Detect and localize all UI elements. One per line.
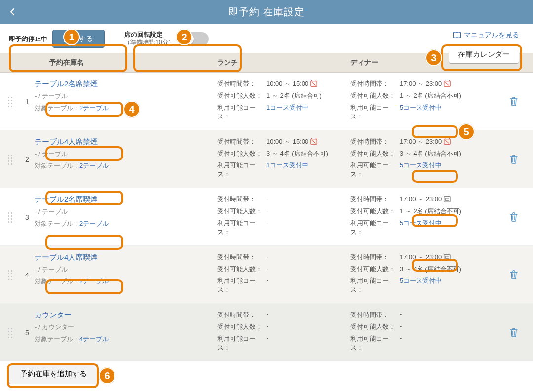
calendar-alert-icon xyxy=(444,80,451,87)
dinner-time-label: 受付時間帯： xyxy=(350,195,400,204)
stock-name-link[interactable]: テーブル4人席喫煙 xyxy=(35,253,98,262)
lunch-time-value: - xyxy=(266,195,350,204)
stock-tables: 対象テーブル：2テーブル xyxy=(35,161,212,170)
dinner-capacity-label: 受付可能人数： xyxy=(350,91,400,100)
cell-dinner: 受付時間帯：-受付可能人数：-利用可能コース：- xyxy=(350,311,484,355)
lunch-capacity-value: - xyxy=(266,207,350,216)
stock-name-link[interactable]: テーブル2名席禁煙 xyxy=(35,79,98,89)
header-controls: マニュアルを見る 即予約停止中 開始する 席の回転設定 （準備時間:10分） 在… xyxy=(0,24,533,53)
cell-lunch: 受付時間帯：-受付可能人数：-利用可能コース：- xyxy=(217,253,350,297)
dinner-time-label: 受付時間帯： xyxy=(350,137,400,146)
delete-button[interactable] xyxy=(509,327,518,337)
callout-1: 1 xyxy=(63,29,80,45)
dinner-time-value: 17:00 ～ 23:00 xyxy=(400,79,484,88)
tables-link[interactable]: 2テーブル xyxy=(79,162,109,169)
cell-dinner: 受付時間帯：17:00 ～ 23:00受付可能人数：3 ～ 4名 (席結合不可)… xyxy=(350,253,484,297)
svg-rect-5 xyxy=(446,198,449,200)
stock-tables: 対象テーブル：2テーブル xyxy=(35,219,212,228)
dinner-capacity-value: 3 ～ 4名 (席結合不可) xyxy=(400,265,484,274)
lunch-courses-label: 利用可能コース： xyxy=(217,334,266,352)
tables-link[interactable]: 2テーブル xyxy=(79,277,109,285)
row-index: 4 xyxy=(20,253,35,297)
dinner-courses-link[interactable]: 5コース受付中 xyxy=(400,219,442,227)
page-title: 即予約 在庫設定 xyxy=(228,5,305,19)
lunch-courses-label: 利用可能コース： xyxy=(217,103,266,121)
dinner-courses-label: 利用可能コース： xyxy=(350,334,400,352)
lunch-time-value: 10:00 ～ 15:00 xyxy=(266,79,350,88)
lunch-capacity-label: 受付可能人数： xyxy=(217,322,266,331)
stock-row: 5カウンター- / カウンター対象テーブル：4テーブル受付時間帯：-受付可能人数… xyxy=(0,304,533,361)
cell-lunch: 受付時間帯：10:00 ～ 15:00受付可能人数：3 ～ 4名 (席結合不可)… xyxy=(217,137,350,182)
delete-button[interactable] xyxy=(509,96,518,106)
row-index: 1 xyxy=(20,79,35,124)
back-button[interactable] xyxy=(8,6,17,18)
lunch-time-label: 受付時間帯： xyxy=(217,311,266,319)
book-icon xyxy=(453,32,461,39)
cell-lunch: 受付時間帯：-受付可能人数：-利用可能コース：- xyxy=(217,195,350,239)
lunch-courses-value: - xyxy=(266,334,350,352)
trash-icon xyxy=(509,154,518,164)
stock-name-link[interactable]: テーブル4人席禁煙 xyxy=(35,137,98,147)
rotation-title: 席の回転設定 xyxy=(124,31,174,39)
cell-stock: カウンター- / カウンター対象テーブル：4テーブル xyxy=(35,311,217,355)
dinner-courses-label: 利用可能コース： xyxy=(350,219,400,236)
dinner-time-value: 17:00 ～ 23:00 xyxy=(400,253,484,262)
svg-rect-7 xyxy=(446,256,449,258)
delete-button[interactable] xyxy=(509,270,518,279)
dinner-capacity-label: 受付可能人数： xyxy=(350,149,400,158)
add-stock-button[interactable]: 予約在庫を追加する xyxy=(9,364,98,384)
stock-name-link[interactable]: カウンター xyxy=(35,311,72,320)
tables-link[interactable]: 2テーブル xyxy=(79,220,109,227)
cell-dinner: 受付時間帯：17:00 ～ 23:00受付可能人数：3 ～ 4名 (席結合不可)… xyxy=(350,137,484,182)
lunch-time-label: 受付時間帯： xyxy=(217,137,266,146)
delete-button[interactable] xyxy=(509,212,518,222)
dinner-courses-link[interactable]: 5コース受付中 xyxy=(400,277,442,284)
stock-subtitle: - / テーブル xyxy=(35,150,212,158)
tables-link[interactable]: 2テーブル xyxy=(79,104,109,112)
stock-name-link[interactable]: テーブル2名席喫煙 xyxy=(35,195,98,204)
trash-icon xyxy=(509,270,518,279)
row-index: 5 xyxy=(20,311,35,355)
callout-3: 3 xyxy=(425,49,442,66)
dinner-courses-link[interactable]: 5コース受付中 xyxy=(400,161,442,169)
dinner-time-label: 受付時間帯： xyxy=(350,79,400,88)
callout-6: 6 xyxy=(99,367,115,384)
delete-button[interactable] xyxy=(509,154,518,164)
lunch-courses-link[interactable]: 1コース受付中 xyxy=(266,161,308,169)
col-stock: 予約在庫名 xyxy=(0,58,217,67)
stock-row: 2テーブル4人席禁煙- / テーブル対象テーブル：2テーブル受付時間帯：10:0… xyxy=(0,130,533,188)
cell-stock: テーブル2名席喫煙- / テーブル対象テーブル：2テーブル xyxy=(35,195,217,239)
lunch-capacity-value: - xyxy=(266,322,350,331)
dinner-courses-label: 利用可能コース： xyxy=(350,276,400,294)
drag-handle[interactable] xyxy=(0,253,20,297)
lunch-time-label: 受付時間帯： xyxy=(217,253,266,262)
cell-stock: テーブル2名席禁煙- / テーブル対象テーブル：2テーブル xyxy=(35,79,217,124)
stock-subtitle: - / カウンター xyxy=(35,323,212,332)
col-lunch: ランチ xyxy=(217,58,350,67)
dinner-time-value: 17:00 ～ 23:00 xyxy=(400,195,484,204)
lunch-courses-value: - xyxy=(266,276,350,294)
row-index: 3 xyxy=(20,195,35,239)
tables-link[interactable]: 4テーブル xyxy=(79,335,109,343)
lunch-capacity-label: 受付可能人数： xyxy=(217,91,266,100)
callout-2: 2 xyxy=(176,29,192,45)
dinner-capacity-value: 1 ～ 2名 (席結合不可) xyxy=(400,91,484,100)
lunch-courses-label: 利用可能コース： xyxy=(217,276,266,294)
calendar-icon xyxy=(444,253,451,260)
drag-handle[interactable] xyxy=(0,195,20,239)
dinner-time-label: 受付時間帯： xyxy=(350,253,400,262)
lunch-capacity-label: 受付可能人数： xyxy=(217,149,266,158)
dinner-courses-value: - xyxy=(400,334,484,352)
lunch-time-value: - xyxy=(266,253,350,262)
drag-handle[interactable] xyxy=(0,79,20,124)
lunch-courses-link[interactable]: 1コース受付中 xyxy=(266,104,308,111)
calendar-alert-icon xyxy=(444,138,451,145)
manual-link[interactable]: マニュアルを見る xyxy=(453,31,519,39)
dinner-courses-label: 利用可能コース： xyxy=(350,161,400,179)
stock-tables: 対象テーブル：4テーブル xyxy=(35,335,212,344)
rotation-box: 席の回転設定 （準備時間:10分） xyxy=(119,31,209,47)
drag-handle[interactable] xyxy=(0,311,20,355)
dinner-courses-link[interactable]: 5コース受付中 xyxy=(400,104,442,111)
drag-handle[interactable] xyxy=(0,137,20,182)
calendar-button[interactable]: 在庫カレンダー xyxy=(449,45,519,64)
